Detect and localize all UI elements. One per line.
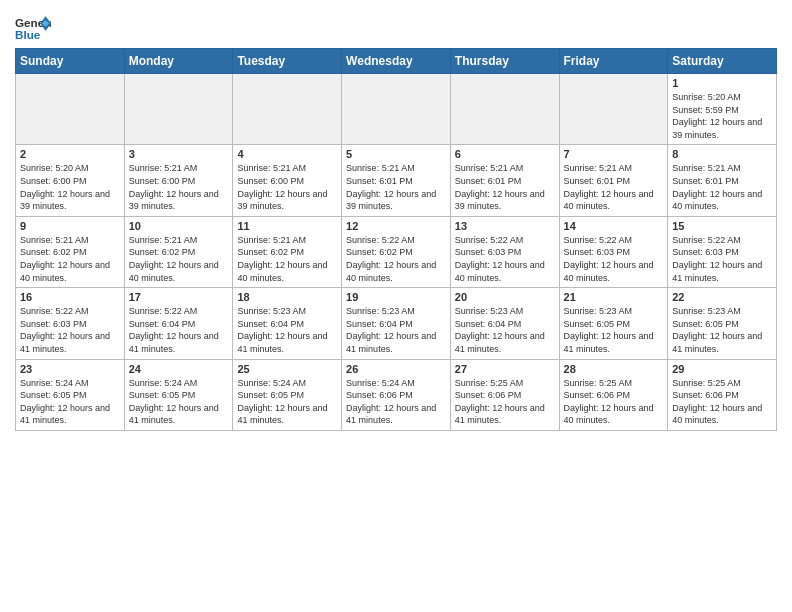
empty-cell bbox=[559, 74, 668, 145]
day-number: 14 bbox=[564, 220, 664, 232]
weekday-header-monday: Monday bbox=[124, 49, 233, 74]
day-info: Sunrise: 5:21 AMSunset: 6:02 PMDaylight:… bbox=[237, 234, 337, 284]
day-number: 29 bbox=[672, 363, 772, 375]
empty-cell bbox=[16, 74, 125, 145]
day-number: 4 bbox=[237, 148, 337, 160]
day-number: 3 bbox=[129, 148, 229, 160]
day-number: 13 bbox=[455, 220, 555, 232]
day-cell-8: 8Sunrise: 5:21 AMSunset: 6:01 PMDaylight… bbox=[668, 145, 777, 216]
day-info: Sunrise: 5:21 AMSunset: 6:02 PMDaylight:… bbox=[129, 234, 229, 284]
day-info: Sunrise: 5:21 AMSunset: 6:00 PMDaylight:… bbox=[237, 162, 337, 212]
day-cell-26: 26Sunrise: 5:24 AMSunset: 6:06 PMDayligh… bbox=[342, 359, 451, 430]
day-cell-2: 2Sunrise: 5:20 AMSunset: 6:00 PMDaylight… bbox=[16, 145, 125, 216]
day-number: 8 bbox=[672, 148, 772, 160]
day-number: 26 bbox=[346, 363, 446, 375]
day-number: 23 bbox=[20, 363, 120, 375]
day-cell-18: 18Sunrise: 5:23 AMSunset: 6:04 PMDayligh… bbox=[233, 288, 342, 359]
day-number: 9 bbox=[20, 220, 120, 232]
day-cell-22: 22Sunrise: 5:23 AMSunset: 6:05 PMDayligh… bbox=[668, 288, 777, 359]
weekday-header-friday: Friday bbox=[559, 49, 668, 74]
day-cell-24: 24Sunrise: 5:24 AMSunset: 6:05 PMDayligh… bbox=[124, 359, 233, 430]
day-number: 7 bbox=[564, 148, 664, 160]
calendar-row-1: 1Sunrise: 5:20 AMSunset: 5:59 PMDaylight… bbox=[16, 74, 777, 145]
day-cell-15: 15Sunrise: 5:22 AMSunset: 6:03 PMDayligh… bbox=[668, 216, 777, 287]
weekday-header-row: SundayMondayTuesdayWednesdayThursdayFrid… bbox=[16, 49, 777, 74]
header: General Blue bbox=[15, 10, 777, 42]
day-number: 1 bbox=[672, 77, 772, 89]
day-cell-19: 19Sunrise: 5:23 AMSunset: 6:04 PMDayligh… bbox=[342, 288, 451, 359]
day-number: 28 bbox=[564, 363, 664, 375]
day-cell-25: 25Sunrise: 5:24 AMSunset: 6:05 PMDayligh… bbox=[233, 359, 342, 430]
day-info: Sunrise: 5:21 AMSunset: 6:02 PMDaylight:… bbox=[20, 234, 120, 284]
day-number: 11 bbox=[237, 220, 337, 232]
day-info: Sunrise: 5:23 AMSunset: 6:05 PMDaylight:… bbox=[672, 305, 772, 355]
day-number: 21 bbox=[564, 291, 664, 303]
day-cell-11: 11Sunrise: 5:21 AMSunset: 6:02 PMDayligh… bbox=[233, 216, 342, 287]
day-info: Sunrise: 5:22 AMSunset: 6:03 PMDaylight:… bbox=[455, 234, 555, 284]
day-cell-7: 7Sunrise: 5:21 AMSunset: 6:01 PMDaylight… bbox=[559, 145, 668, 216]
logo: General Blue bbox=[15, 10, 51, 42]
empty-cell bbox=[233, 74, 342, 145]
day-info: Sunrise: 5:20 AMSunset: 6:00 PMDaylight:… bbox=[20, 162, 120, 212]
day-info: Sunrise: 5:21 AMSunset: 6:01 PMDaylight:… bbox=[672, 162, 772, 212]
day-info: Sunrise: 5:24 AMSunset: 6:05 PMDaylight:… bbox=[20, 377, 120, 427]
day-info: Sunrise: 5:23 AMSunset: 6:04 PMDaylight:… bbox=[237, 305, 337, 355]
day-number: 2 bbox=[20, 148, 120, 160]
generalblue-logo-icon: General Blue bbox=[15, 14, 51, 42]
day-cell-9: 9Sunrise: 5:21 AMSunset: 6:02 PMDaylight… bbox=[16, 216, 125, 287]
calendar-row-5: 23Sunrise: 5:24 AMSunset: 6:05 PMDayligh… bbox=[16, 359, 777, 430]
calendar-row-3: 9Sunrise: 5:21 AMSunset: 6:02 PMDaylight… bbox=[16, 216, 777, 287]
day-cell-5: 5Sunrise: 5:21 AMSunset: 6:01 PMDaylight… bbox=[342, 145, 451, 216]
day-info: Sunrise: 5:25 AMSunset: 6:06 PMDaylight:… bbox=[455, 377, 555, 427]
day-info: Sunrise: 5:25 AMSunset: 6:06 PMDaylight:… bbox=[672, 377, 772, 427]
day-cell-16: 16Sunrise: 5:22 AMSunset: 6:03 PMDayligh… bbox=[16, 288, 125, 359]
day-info: Sunrise: 5:21 AMSunset: 6:01 PMDaylight:… bbox=[346, 162, 446, 212]
day-cell-29: 29Sunrise: 5:25 AMSunset: 6:06 PMDayligh… bbox=[668, 359, 777, 430]
weekday-header-tuesday: Tuesday bbox=[233, 49, 342, 74]
day-cell-6: 6Sunrise: 5:21 AMSunset: 6:01 PMDaylight… bbox=[450, 145, 559, 216]
day-info: Sunrise: 5:22 AMSunset: 6:03 PMDaylight:… bbox=[672, 234, 772, 284]
day-number: 10 bbox=[129, 220, 229, 232]
day-number: 25 bbox=[237, 363, 337, 375]
day-cell-4: 4Sunrise: 5:21 AMSunset: 6:00 PMDaylight… bbox=[233, 145, 342, 216]
day-number: 27 bbox=[455, 363, 555, 375]
day-info: Sunrise: 5:22 AMSunset: 6:04 PMDaylight:… bbox=[129, 305, 229, 355]
day-cell-14: 14Sunrise: 5:22 AMSunset: 6:03 PMDayligh… bbox=[559, 216, 668, 287]
day-cell-27: 27Sunrise: 5:25 AMSunset: 6:06 PMDayligh… bbox=[450, 359, 559, 430]
day-number: 6 bbox=[455, 148, 555, 160]
calendar-row-2: 2Sunrise: 5:20 AMSunset: 6:00 PMDaylight… bbox=[16, 145, 777, 216]
empty-cell bbox=[124, 74, 233, 145]
calendar-table: SundayMondayTuesdayWednesdayThursdayFrid… bbox=[15, 48, 777, 431]
calendar-row-4: 16Sunrise: 5:22 AMSunset: 6:03 PMDayligh… bbox=[16, 288, 777, 359]
day-info: Sunrise: 5:21 AMSunset: 6:01 PMDaylight:… bbox=[455, 162, 555, 212]
day-cell-10: 10Sunrise: 5:21 AMSunset: 6:02 PMDayligh… bbox=[124, 216, 233, 287]
empty-cell bbox=[342, 74, 451, 145]
day-info: Sunrise: 5:22 AMSunset: 6:03 PMDaylight:… bbox=[564, 234, 664, 284]
day-number: 22 bbox=[672, 291, 772, 303]
day-cell-13: 13Sunrise: 5:22 AMSunset: 6:03 PMDayligh… bbox=[450, 216, 559, 287]
day-cell-21: 21Sunrise: 5:23 AMSunset: 6:05 PMDayligh… bbox=[559, 288, 668, 359]
weekday-header-saturday: Saturday bbox=[668, 49, 777, 74]
day-cell-20: 20Sunrise: 5:23 AMSunset: 6:04 PMDayligh… bbox=[450, 288, 559, 359]
day-number: 12 bbox=[346, 220, 446, 232]
day-cell-12: 12Sunrise: 5:22 AMSunset: 6:02 PMDayligh… bbox=[342, 216, 451, 287]
day-info: Sunrise: 5:24 AMSunset: 6:05 PMDaylight:… bbox=[129, 377, 229, 427]
day-info: Sunrise: 5:24 AMSunset: 6:05 PMDaylight:… bbox=[237, 377, 337, 427]
day-number: 16 bbox=[20, 291, 120, 303]
weekday-header-thursday: Thursday bbox=[450, 49, 559, 74]
day-cell-3: 3Sunrise: 5:21 AMSunset: 6:00 PMDaylight… bbox=[124, 145, 233, 216]
day-info: Sunrise: 5:21 AMSunset: 6:00 PMDaylight:… bbox=[129, 162, 229, 212]
day-number: 19 bbox=[346, 291, 446, 303]
empty-cell bbox=[450, 74, 559, 145]
day-info: Sunrise: 5:23 AMSunset: 6:04 PMDaylight:… bbox=[455, 305, 555, 355]
day-number: 15 bbox=[672, 220, 772, 232]
day-number: 18 bbox=[237, 291, 337, 303]
day-info: Sunrise: 5:22 AMSunset: 6:02 PMDaylight:… bbox=[346, 234, 446, 284]
day-cell-17: 17Sunrise: 5:22 AMSunset: 6:04 PMDayligh… bbox=[124, 288, 233, 359]
day-cell-23: 23Sunrise: 5:24 AMSunset: 6:05 PMDayligh… bbox=[16, 359, 125, 430]
day-number: 5 bbox=[346, 148, 446, 160]
day-number: 24 bbox=[129, 363, 229, 375]
day-info: Sunrise: 5:23 AMSunset: 6:04 PMDaylight:… bbox=[346, 305, 446, 355]
day-number: 17 bbox=[129, 291, 229, 303]
day-info: Sunrise: 5:21 AMSunset: 6:01 PMDaylight:… bbox=[564, 162, 664, 212]
